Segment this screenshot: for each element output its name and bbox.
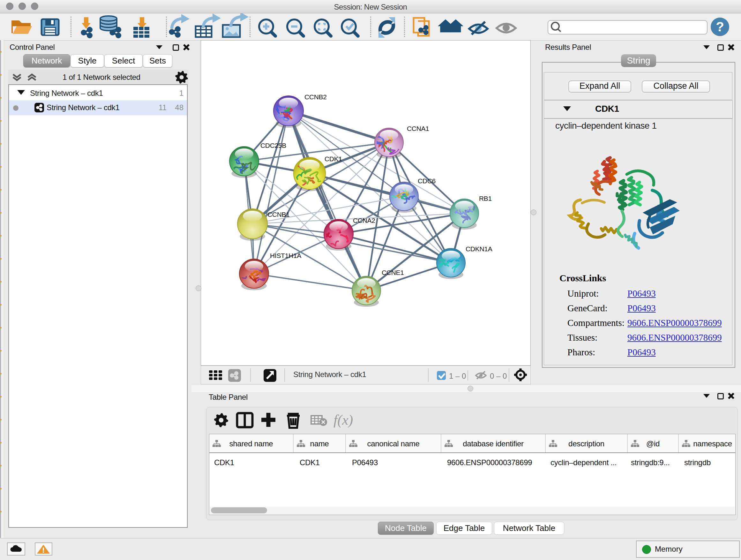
svg-text:CCNA1: CCNA1 [407,125,429,132]
svg-text:HIST1H1A: HIST1H1A [270,252,301,259]
svg-text:CDC6: CDC6 [418,177,435,185]
svg-text:CDK1: CDK1 [325,155,342,163]
svg-text:0 – 0: 0 – 0 [490,372,507,380]
svg-text:CCNB2: CCNB2 [305,93,327,101]
svg-text:CDC25B: CDC25B [260,142,286,149]
svg-text:f(x): f(x) [333,412,353,428]
svg-text:CDKN1A: CDKN1A [466,245,492,253]
svg-text:CCNA2: CCNA2 [353,217,375,224]
svg-text:1 – 0: 1 – 0 [449,372,466,380]
svg-text:RB1: RB1 [479,195,492,202]
svg-text:CCNB1: CCNB1 [267,211,290,218]
svg-text:CCNE1: CCNE1 [382,269,404,276]
